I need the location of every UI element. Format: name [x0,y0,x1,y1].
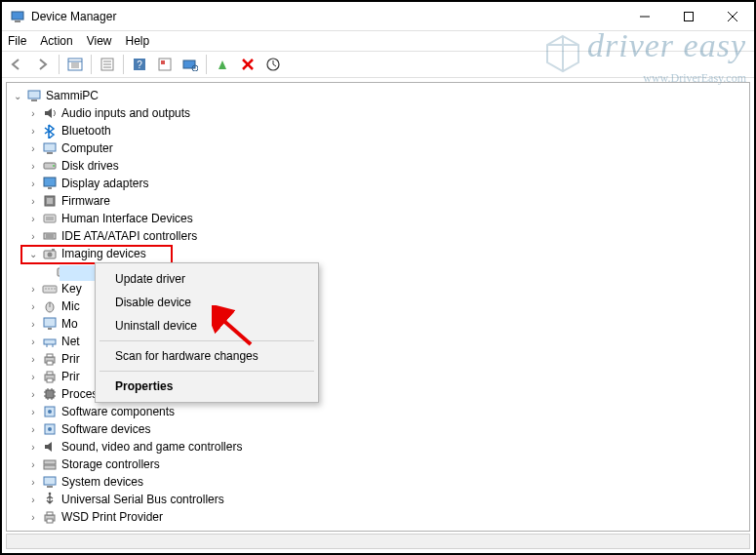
context-menu: Update driver Disable device Uninstall d… [95,262,319,403]
enable-button[interactable] [211,53,234,76]
expander-icon[interactable]: › [26,229,40,243]
printer-icon [42,369,58,384]
expander-icon[interactable]: › [26,510,40,524]
properties-button[interactable] [96,53,119,76]
storage-icon [42,456,58,472]
show-hide-tree-button[interactable] [63,53,87,76]
tree-category[interactable]: ›Storage controllers [26,456,749,473]
ctx-update-driver[interactable]: Update driver [98,267,316,291]
expander-icon[interactable]: › [26,194,40,208]
tree-category[interactable]: ›Software components [26,403,749,420]
svg-rect-0 [12,12,23,20]
ctx-properties[interactable]: Properties [98,375,316,398]
expander-icon[interactable]: › [26,440,40,454]
tree-category[interactable]: ⌄Imaging devices [26,245,749,262]
imaging-icon [42,246,58,261]
svg-rect-31 [48,187,52,189]
expander-icon[interactable]: › [26,405,40,418]
category-label: Mic [61,299,80,313]
printqueue-icon [42,351,58,367]
expander-icon[interactable]: › [26,457,40,471]
svg-point-81 [49,493,52,496]
system-icon [42,474,58,490]
expander-icon[interactable]: › [26,352,40,366]
status-bar [6,534,750,549]
computer-root-icon [26,88,42,103]
expander-icon[interactable]: › [26,106,40,120]
tree-category[interactable]: ›Firmware [26,192,749,210]
back-button[interactable] [6,53,29,76]
tree-category[interactable]: ›Display adapters [26,175,749,192]
svg-rect-18 [161,60,165,64]
expander-icon[interactable]: › [26,387,40,401]
close-button[interactable] [710,2,754,30]
category-label: Audio inputs and outputs [61,106,190,120]
tree-category[interactable]: ›Sound, video and game controllers [26,438,749,456]
menu-file[interactable]: File [8,34,26,48]
tree-category[interactable]: ›Computer [26,139,749,157]
expander-icon[interactable]: › [26,493,40,506]
expander-icon[interactable]: › [26,335,40,348]
scan-button[interactable] [179,53,202,76]
ctx-scan-hardware[interactable]: Scan for hardware changes [98,344,316,368]
svg-rect-33 [47,198,53,204]
expander-icon[interactable]: › [26,124,40,138]
action-button[interactable] [153,53,177,76]
svg-rect-24 [28,91,40,99]
maximize-button[interactable] [666,2,710,30]
root-label: SammiPC [46,89,99,102]
expander-icon[interactable]: › [26,370,40,383]
svg-rect-78 [44,465,56,469]
tree-category[interactable]: ›Audio inputs and outputs [26,104,749,122]
expander-icon[interactable]: › [26,177,40,190]
ctx-uninstall-device[interactable]: Uninstall device [98,314,316,337]
menu-action[interactable]: Action [40,34,72,48]
svg-rect-6 [68,59,82,70]
svg-rect-79 [44,477,56,485]
ctx-separator [99,371,314,372]
expander-icon[interactable]: › [26,212,40,225]
svg-rect-55 [44,339,56,344]
audio-icon [42,105,58,121]
svg-rect-63 [47,378,53,382]
expander-icon[interactable]: ⌄ [11,89,24,102]
tree-category[interactable]: ›Disk drives [26,157,749,175]
svg-rect-19 [183,60,195,68]
expander-icon[interactable]: › [26,422,40,436]
tree-category[interactable]: ›WSD Print Provider [26,508,749,526]
expander-icon[interactable]: › [26,317,40,331]
tree-category[interactable]: ›Bluetooth [26,122,749,139]
update-button[interactable] [261,53,285,76]
svg-point-41 [48,253,53,258]
hid-icon [42,211,58,226]
tree-root[interactable]: ⌄ SammiPC [11,87,749,104]
expander-icon[interactable]: › [26,159,40,173]
svg-point-29 [53,165,55,167]
tree-category[interactable]: ›Universal Serial Bus controllers [26,491,749,508]
expander-icon[interactable]: ⌄ [26,247,40,260]
category-label: Prir [61,370,80,383]
expander-icon[interactable]: › [26,299,40,313]
uninstall-button[interactable] [236,53,259,76]
svg-rect-34 [44,215,56,222]
forward-button[interactable] [31,53,55,76]
ctx-disable-device[interactable]: Disable device [98,291,316,314]
minimize-button[interactable] [622,2,666,30]
tree-category[interactable]: ›Software devices [26,420,749,438]
help-button[interactable]: ? [128,53,151,76]
display-icon [42,176,58,191]
expander-icon[interactable]: › [26,475,40,489]
expander-icon[interactable]: › [26,141,40,155]
expander-icon[interactable]: › [26,282,40,296]
tree-category[interactable]: ›IDE ATA/ATAPI controllers [26,227,749,245]
tree-category[interactable]: ›Human Interface Devices [26,210,749,227]
menu-help[interactable]: Help [126,34,150,48]
disk-icon [42,158,58,174]
category-label: Bluetooth [61,124,111,138]
svg-text:?: ? [137,59,142,70]
tree-category[interactable]: ›System devices [26,473,749,491]
category-label: Computer [61,141,113,155]
menu-view[interactable]: View [87,34,112,48]
title-bar: Device Manager [2,2,754,31]
category-label: Universal Serial Bus controllers [61,493,224,506]
